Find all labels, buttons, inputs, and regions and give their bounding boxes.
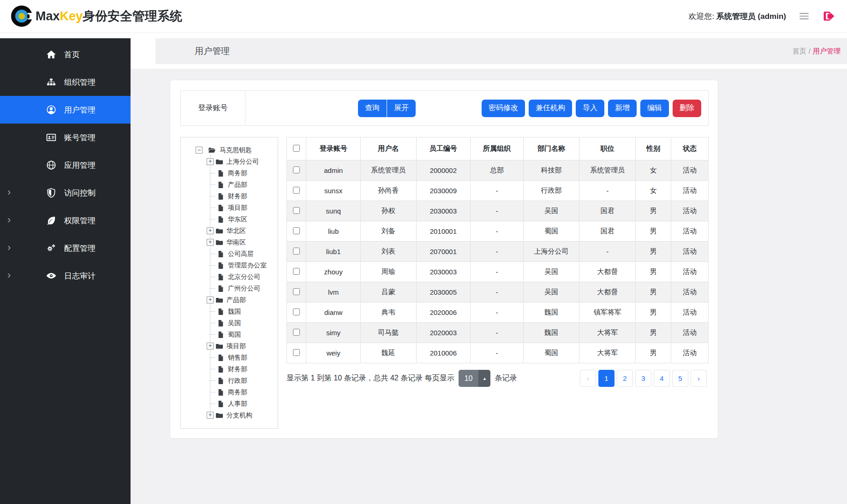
tree-expand-icon[interactable]: + <box>207 343 214 350</box>
query-button[interactable]: 查询 <box>358 100 387 117</box>
tree-node[interactable]: 魏国 <box>182 306 277 317</box>
row-checkbox[interactable] <box>293 329 300 336</box>
sidebar-item-home[interactable]: › 首页 <box>0 41 131 68</box>
tree-node[interactable]: 华东区 <box>182 213 277 225</box>
tree-node[interactable]: +上海分公司 <box>182 156 277 167</box>
tree-expand-icon[interactable]: + <box>207 158 214 165</box>
tree-connector <box>210 403 215 404</box>
delete-button[interactable]: 删除 <box>673 100 701 117</box>
tree-node[interactable]: 商务部 <box>182 167 277 179</box>
concurrent-org-button[interactable]: 兼任机构 <box>529 100 572 117</box>
leaf-icon <box>46 215 57 225</box>
tree-expand-icon[interactable]: + <box>207 227 214 234</box>
tree-connector <box>210 254 215 254</box>
import-button[interactable]: 导入 <box>576 100 604 117</box>
tree-children: +上海分公司商务部产品部财务部项目部华东区+华北区+华南区公司高层管理层办公室北… <box>182 156 277 421</box>
tree-expand-icon[interactable]: + <box>207 239 214 246</box>
table-cell: - <box>471 242 524 262</box>
row-checkbox[interactable] <box>293 308 300 315</box>
row-checkbox[interactable] <box>293 227 300 234</box>
file-icon <box>217 204 225 212</box>
sidebar-item-organization[interactable]: › 组织管理 <box>0 68 131 96</box>
users-table: 登录账号用户名员工编号所属组织部门名称职位性别状态 admin系统管理员2000… <box>286 137 709 363</box>
home-icon <box>46 49 57 59</box>
table-cell: - <box>471 262 524 282</box>
tree-node[interactable]: +分支机构 <box>182 409 277 421</box>
tree-node[interactable]: 管理层办公室 <box>182 260 277 271</box>
sidebar-item-access-control[interactable]: › 访问控制 <box>0 179 131 207</box>
sidebar-item-audit[interactable]: › 日志审计 <box>0 262 131 290</box>
file-icon <box>217 377 225 385</box>
add-button[interactable]: 新增 <box>608 100 637 117</box>
tree-node[interactable]: 销售部 <box>182 352 277 363</box>
file-icon <box>217 170 225 177</box>
row-checkbox[interactable] <box>293 187 300 194</box>
sidebar-item-account[interactable]: › 账号管理 <box>0 124 131 151</box>
per-page-dropdown[interactable]: 10 ▲ <box>459 370 491 387</box>
tree-node[interactable]: 财务部 <box>182 363 277 375</box>
tree-root-node[interactable]: − 马克思钥匙 <box>182 144 277 156</box>
row-checkbox[interactable] <box>293 166 300 173</box>
page-button-page-1[interactable]: 1 <box>598 370 614 387</box>
tree-node[interactable]: +产品部 <box>182 294 277 306</box>
tree-node-label: 广州分公司 <box>228 285 260 293</box>
tree-node-label: 华北区 <box>227 227 246 235</box>
tree-node[interactable]: +项目部 <box>182 340 277 352</box>
tree-collapse-icon[interactable]: − <box>196 147 203 154</box>
sidebar-item-application[interactable]: › 应用管理 <box>0 151 131 179</box>
tree-node[interactable]: 人事部 <box>182 398 277 409</box>
row-checkbox[interactable] <box>293 349 300 356</box>
page-button-page-2[interactable]: 2 <box>617 370 633 387</box>
tree-node[interactable]: +华南区 <box>182 237 277 248</box>
tree-connector <box>210 369 215 369</box>
sidebar-item-permission[interactable]: › 权限管理 <box>0 207 131 234</box>
table-cell: - <box>471 302 524 323</box>
breadcrumb-current[interactable]: 用户管理 <box>813 47 841 55</box>
tree-expand-icon[interactable]: + <box>207 412 214 419</box>
sidebar-item-configuration[interactable]: › 配置管理 <box>0 234 131 262</box>
row-checkbox[interactable] <box>293 248 300 255</box>
sidebar-item-label: 配置管理 <box>64 243 95 254</box>
page-button-page-5[interactable]: 5 <box>672 370 688 387</box>
tree-node[interactable]: +华北区 <box>182 225 277 237</box>
select-all-checkbox[interactable] <box>293 145 300 152</box>
expand-button[interactable]: 展开 <box>387 100 416 117</box>
tree-node[interactable]: 广州分公司 <box>182 283 277 294</box>
sidebar-item-label: 访问控制 <box>64 188 95 198</box>
login-account-input[interactable] <box>247 99 358 118</box>
brand-logo-group[interactable]: MaxKey身份安全管理系统 <box>11 6 182 27</box>
tree-connector <box>210 311 215 312</box>
table-cell: 上海分公司 <box>524 242 579 262</box>
page-button-page-3[interactable]: 3 <box>635 370 651 387</box>
page-button-page-4[interactable]: 4 <box>654 370 670 387</box>
tree-connector <box>210 323 215 323</box>
toolbar-actions: 密码修改兼任机构导入新增编辑删除 <box>482 100 708 117</box>
tree-node[interactable]: 产品部 <box>182 179 277 190</box>
menu-toggle-icon[interactable] <box>797 9 811 23</box>
tree-node[interactable]: 公司高层 <box>182 248 277 260</box>
tree-node[interactable]: 吴国 <box>182 317 277 329</box>
submenu-chevron-icon: › <box>7 243 11 253</box>
tree-node[interactable]: 财务部 <box>182 190 277 202</box>
change-password-button[interactable]: 密码修改 <box>482 100 525 117</box>
row-checkbox[interactable] <box>293 268 300 275</box>
row-checkbox[interactable] <box>293 207 300 214</box>
edit-button[interactable]: 编辑 <box>640 100 669 117</box>
folder-icon <box>215 227 223 235</box>
tree-node[interactable]: 项目部 <box>182 202 277 213</box>
row-checkbox[interactable] <box>293 288 300 295</box>
page-button-prev[interactable]: ‹ <box>580 370 596 387</box>
table-cell: simy <box>306 323 360 343</box>
tree-node[interactable]: 北京分公司 <box>182 271 277 283</box>
sidebar-item-user[interactable]: › 用户管理 <box>0 96 131 124</box>
column-header-4: 所属组织 <box>471 137 524 160</box>
logout-icon[interactable] <box>822 9 836 23</box>
breadcrumb-home[interactable]: 首页 <box>793 47 806 55</box>
tree-node[interactable]: 行政部 <box>182 375 277 386</box>
tree-node[interactable]: 商务部 <box>182 386 277 398</box>
breadcrumb: 首页/用户管理 <box>793 47 841 56</box>
tree-node[interactable]: 蜀国 <box>182 329 277 340</box>
page-button-next[interactable]: › <box>691 370 707 387</box>
tree-expand-icon[interactable]: + <box>207 296 214 303</box>
table-cell: lvm <box>306 282 360 302</box>
